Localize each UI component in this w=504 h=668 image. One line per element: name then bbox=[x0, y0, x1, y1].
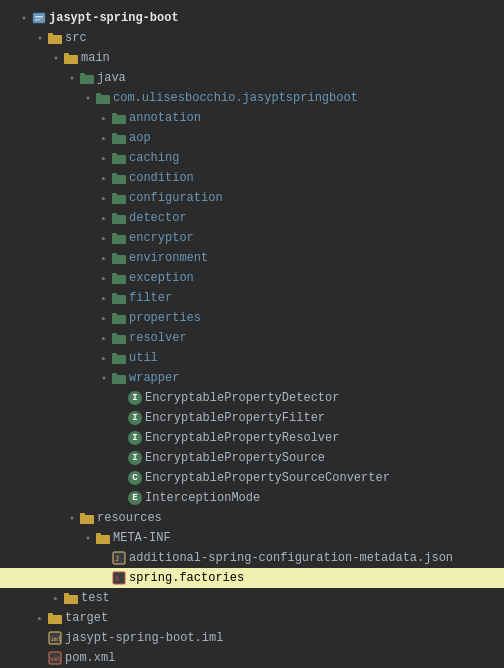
item-label: annotation bbox=[129, 111, 201, 125]
svg-rect-44 bbox=[80, 513, 85, 516]
tree-item-test[interactable]: test bbox=[0, 588, 504, 608]
tree-item-util[interactable]: util bbox=[0, 348, 504, 368]
tree-item-caching[interactable]: caching bbox=[0, 148, 504, 168]
svg-text:xml: xml bbox=[50, 655, 61, 662]
svg-rect-39 bbox=[112, 353, 117, 356]
svg-rect-35 bbox=[112, 313, 117, 316]
tree-item-EncryptablePropertySource[interactable]: IEncryptablePropertySource bbox=[0, 448, 504, 468]
item-label: detector bbox=[129, 211, 187, 225]
tree-item-condition[interactable]: condition bbox=[0, 168, 504, 188]
tree-item-annotation[interactable]: annotation bbox=[0, 108, 504, 128]
svg-text:iml: iml bbox=[51, 635, 62, 642]
tree-item-properties[interactable]: properties bbox=[0, 308, 504, 328]
expand-arrow[interactable] bbox=[96, 213, 112, 224]
tree-item-jasypt-spring-boot.iml[interactable]: iml jasypt-spring-boot.iml bbox=[0, 628, 504, 648]
tree-item-java[interactable]: java bbox=[0, 68, 504, 88]
tree-item-META-INF[interactable]: META-INF bbox=[0, 528, 504, 548]
svg-rect-26 bbox=[112, 235, 126, 244]
tree-item-resources[interactable]: resources bbox=[0, 508, 504, 528]
tree-item-target[interactable]: target bbox=[0, 608, 504, 628]
svg-rect-1 bbox=[35, 16, 43, 18]
tree-item-main[interactable]: main bbox=[0, 48, 504, 68]
tree-item-encryptor[interactable]: encryptor bbox=[0, 228, 504, 248]
item-label: resources bbox=[97, 511, 162, 525]
item-label: filter bbox=[129, 291, 172, 305]
item-label: encryptor bbox=[129, 231, 194, 245]
svg-rect-15 bbox=[112, 113, 117, 116]
item-label: environment bbox=[129, 251, 208, 265]
svg-rect-38 bbox=[112, 355, 126, 364]
svg-rect-33 bbox=[112, 293, 117, 296]
expand-arrow[interactable] bbox=[80, 93, 96, 104]
expand-arrow[interactable] bbox=[96, 173, 112, 184]
tree-item-detector[interactable]: detector bbox=[0, 208, 504, 228]
tree-item-aop[interactable]: aop bbox=[0, 128, 504, 148]
file-tree: jasypt-spring-boot src main java com.uli… bbox=[0, 0, 504, 668]
item-label: spring.factories bbox=[129, 571, 244, 585]
item-label: InterceptionMode bbox=[145, 491, 260, 505]
expand-arrow[interactable] bbox=[96, 233, 112, 244]
item-label: EncryptablePropertySourceConverter bbox=[145, 471, 390, 485]
svg-rect-25 bbox=[112, 213, 117, 216]
expand-arrow[interactable] bbox=[96, 253, 112, 264]
tree-item-EncryptablePropertyFilter[interactable]: IEncryptablePropertyFilter bbox=[0, 408, 504, 428]
tree-item-configuration[interactable]: configuration bbox=[0, 188, 504, 208]
expand-arrow[interactable] bbox=[96, 133, 112, 144]
expand-arrow[interactable] bbox=[96, 353, 112, 364]
svg-rect-8 bbox=[64, 53, 69, 56]
svg-rect-40 bbox=[112, 375, 126, 384]
expand-arrow[interactable] bbox=[96, 333, 112, 344]
item-label: src bbox=[65, 31, 87, 45]
expand-arrow[interactable] bbox=[64, 513, 80, 524]
tree-item-additional-spring-configuration-metadata.json[interactable]: J additional-spring-configuration-metada… bbox=[0, 548, 504, 568]
item-label: EncryptablePropertyResolver bbox=[145, 431, 339, 445]
expand-arrow[interactable] bbox=[96, 113, 112, 124]
tree-item-filter[interactable]: filter bbox=[0, 288, 504, 308]
expand-arrow[interactable] bbox=[32, 613, 48, 624]
expand-arrow[interactable] bbox=[48, 593, 64, 604]
item-label: resolver bbox=[129, 331, 187, 345]
svg-rect-24 bbox=[112, 215, 126, 224]
item-label: EncryptablePropertySource bbox=[145, 451, 325, 465]
expand-arrow[interactable] bbox=[96, 193, 112, 204]
expand-arrow[interactable] bbox=[32, 33, 48, 44]
expand-arrow[interactable] bbox=[48, 53, 64, 64]
expand-arrow[interactable] bbox=[96, 373, 112, 384]
tree-item-exception[interactable]: exception bbox=[0, 268, 504, 288]
svg-rect-34 bbox=[112, 315, 126, 324]
expand-arrow[interactable] bbox=[64, 73, 80, 84]
svg-rect-47 bbox=[96, 533, 101, 536]
tree-item-EncryptablePropertySourceConverter[interactable]: CEncryptablePropertySourceConverter bbox=[0, 468, 504, 488]
expand-arrow[interactable] bbox=[96, 313, 112, 324]
svg-rect-36 bbox=[112, 335, 126, 344]
item-label: configuration bbox=[129, 191, 223, 205]
svg-rect-57 bbox=[48, 613, 53, 616]
svg-rect-5 bbox=[48, 33, 53, 36]
tree-item-EncryptablePropertyDetector[interactable]: IEncryptablePropertyDetector bbox=[0, 388, 504, 408]
svg-rect-14 bbox=[112, 115, 126, 124]
tree-item-environment[interactable]: environment bbox=[0, 248, 504, 268]
tree-item-com.ulisesbocchio.jasyptspringboot[interactable]: com.ulisesbocchio.jasyptspringboot bbox=[0, 88, 504, 108]
item-label: java bbox=[97, 71, 126, 85]
svg-rect-27 bbox=[112, 233, 117, 236]
expand-arrow[interactable] bbox=[96, 293, 112, 304]
item-label: pom.xml bbox=[65, 651, 115, 665]
item-label: com.ulisesbocchio.jasyptspringboot bbox=[113, 91, 358, 105]
svg-rect-30 bbox=[112, 275, 126, 284]
tree-item-wrapper[interactable]: wrapper bbox=[0, 368, 504, 388]
expand-arrow[interactable] bbox=[16, 13, 32, 24]
tree-item-jasypt-spring-boot[interactable]: jasypt-spring-boot bbox=[0, 8, 504, 28]
tree-item-spring.factories[interactable]: S spring.factories bbox=[0, 568, 504, 588]
svg-rect-2 bbox=[35, 19, 40, 21]
tree-item-InterceptionMode[interactable]: EInterceptionMode bbox=[0, 488, 504, 508]
expand-arrow[interactable] bbox=[96, 273, 112, 284]
item-label: META-INF bbox=[113, 531, 171, 545]
svg-rect-0 bbox=[33, 13, 45, 23]
tree-item-EncryptablePropertyResolver[interactable]: IEncryptablePropertyResolver bbox=[0, 428, 504, 448]
expand-arrow[interactable] bbox=[80, 533, 96, 544]
item-label: properties bbox=[129, 311, 201, 325]
tree-item-src[interactable]: src bbox=[0, 28, 504, 48]
tree-item-resolver[interactable]: resolver bbox=[0, 328, 504, 348]
tree-item-pom.xml[interactable]: xml pom.xml bbox=[0, 648, 504, 668]
expand-arrow[interactable] bbox=[96, 153, 112, 164]
